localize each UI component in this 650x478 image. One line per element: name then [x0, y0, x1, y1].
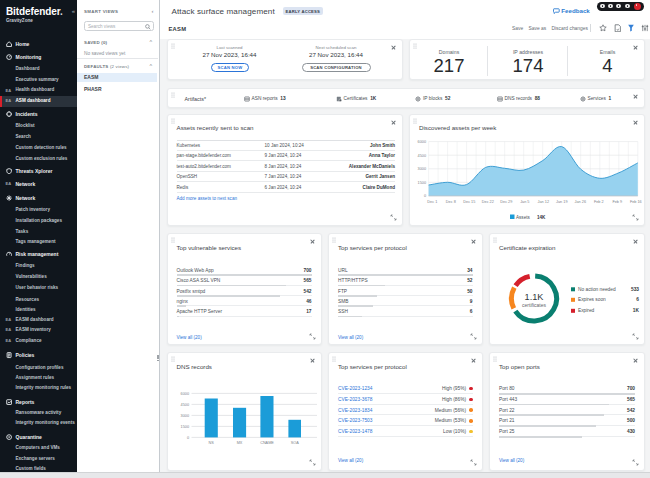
svg-text:1.1K: 1.1K — [525, 292, 545, 302]
svg-text:NS: NS — [208, 441, 214, 445]
svg-text:1K: 1K — [633, 308, 640, 313]
svg-text:MX: MX — [236, 441, 242, 445]
svg-text:Dec 22: Dec 22 — [482, 200, 494, 204]
svg-text:Jan 12: Jan 12 — [538, 200, 549, 204]
svg-text:Assets: Assets — [516, 215, 530, 220]
svg-text:SOA: SOA — [290, 441, 298, 445]
svg-text:4500: 4500 — [418, 154, 426, 158]
svg-text:Jan 19: Jan 19 — [556, 200, 567, 204]
svg-text:Expired: Expired — [578, 308, 595, 313]
svg-text:Dec 1: Dec 1 — [427, 200, 437, 204]
svg-text:Feb 2: Feb 2 — [594, 200, 604, 204]
svg-text:3000: 3000 — [418, 167, 426, 171]
svg-text:Feb 9: Feb 9 — [612, 200, 622, 204]
svg-text:CNAME: CNAME — [260, 441, 274, 445]
svg-text:No action needed: No action needed — [578, 287, 616, 292]
svg-text:3000: 3000 — [180, 414, 188, 418]
svg-text:6000: 6000 — [180, 392, 188, 396]
svg-text:certificates: certificates — [522, 302, 546, 308]
svg-text:Expires soon: Expires soon — [578, 297, 606, 302]
svg-text:Dec 8: Dec 8 — [446, 200, 456, 204]
svg-text:14K: 14K — [537, 215, 546, 220]
svg-text:1500: 1500 — [418, 181, 426, 185]
svg-text:6: 6 — [636, 297, 639, 302]
svg-text:6000: 6000 — [418, 140, 426, 144]
svg-text:Dec 29: Dec 29 — [500, 200, 512, 204]
svg-text:1500: 1500 — [180, 425, 188, 429]
svg-text:0: 0 — [186, 436, 188, 440]
svg-text:4500: 4500 — [180, 403, 188, 407]
svg-text:Jan 5: Jan 5 — [520, 200, 529, 204]
svg-text:Jan 26: Jan 26 — [575, 200, 586, 204]
svg-text:Feb 16: Feb 16 — [630, 200, 642, 204]
svg-text:533: 533 — [631, 287, 639, 292]
svg-text:0: 0 — [424, 194, 426, 198]
svg-text:Dec 15: Dec 15 — [463, 200, 475, 204]
